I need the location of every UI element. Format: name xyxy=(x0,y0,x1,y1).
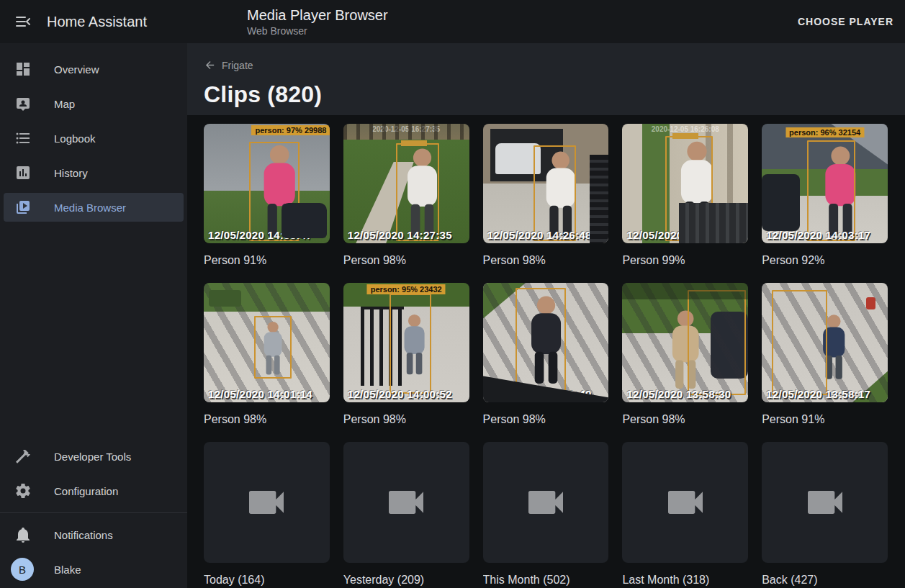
bell-icon xyxy=(14,526,32,543)
clip-thumbnail: 12/05/2020 13:58:17 xyxy=(762,283,888,402)
section-title: Clips (820) xyxy=(204,81,905,108)
clip-label: Person 98% xyxy=(343,412,469,426)
folder-card-this-month[interactable]: This Month (502) xyxy=(483,442,609,587)
folder-label: Last Month (318) xyxy=(622,573,748,587)
app-bar: Home Assistant Media Player Browser Web … xyxy=(0,0,905,43)
clip-thumbnail: 2020-12-05 16:27:35 12/05/2020 14:27:35 xyxy=(343,124,469,243)
video-camera-icon xyxy=(383,479,429,525)
breadcrumb[interactable]: Frigate xyxy=(204,59,253,71)
clip-label: Person 91% xyxy=(762,412,888,426)
clip-card[interactable]: 12/05/2020 13:58:30 Person 98% xyxy=(622,283,748,426)
clip-card[interactable]: person: 96% 32154 12/05/2020 14:03:17 Pe… xyxy=(762,124,888,267)
clip-timestamp-overlay: 12/05/2020 14:00:52 xyxy=(348,388,452,400)
sidebar-item-label: Notifications xyxy=(54,529,113,541)
detection-bbox xyxy=(396,143,438,241)
detection-bbox xyxy=(533,145,576,241)
clip-timestamp-overlay: 12/05/2020 14:27:35 xyxy=(348,229,452,241)
detection-bbox xyxy=(665,136,713,241)
clip-label: Person 98% xyxy=(343,253,469,267)
folder-tile xyxy=(204,442,330,563)
clip-thumbnail: 2020-12-05 16:26:08 12/05/2020 14:26:07 xyxy=(622,124,748,243)
sidebar-divider xyxy=(0,512,187,513)
app-title: Home Assistant xyxy=(47,14,186,30)
sidebar-item-label: History xyxy=(54,167,88,179)
detection-minilabel xyxy=(672,133,698,139)
camera-osd-timestamp: 2020-12-05 16:27:35 xyxy=(372,125,440,133)
folder-tile xyxy=(762,442,888,563)
clip-thumbnail: 12/05/2020 13:59:49 xyxy=(483,283,609,402)
sidebar: Overview Map Logbook History Media Brows xyxy=(0,43,187,588)
sidebar-item-label: Media Browser xyxy=(54,202,126,214)
hammer-icon xyxy=(14,448,32,465)
list-bulleted-icon xyxy=(14,130,32,147)
sidebar-item-overview[interactable]: Overview xyxy=(0,52,187,86)
clip-label: Person 98% xyxy=(622,412,748,426)
clip-card[interactable]: person: 95% 23432 12/05/2020 14:00:52 Pe… xyxy=(343,283,469,426)
dialog-header: Media Player Browser Web Browser xyxy=(247,6,388,37)
folder-tile xyxy=(483,442,609,563)
breadcrumb-label: Frigate xyxy=(222,60,253,71)
folder-label: Back (427) xyxy=(762,573,888,587)
arrow-left-icon xyxy=(204,59,216,71)
clip-timestamp-overlay: 12/05/2020 14:26:07 xyxy=(626,229,731,241)
clip-thumbnail: person: 95% 23432 12/05/2020 14:00:52 xyxy=(343,283,469,402)
sidebar-item-label: Overview xyxy=(54,63,99,76)
sidebar-item-label: Map xyxy=(54,98,75,110)
clip-label: Person 98% xyxy=(483,412,609,426)
folder-label: This Month (502) xyxy=(483,573,609,587)
detection-label: person: 96% 32154 xyxy=(785,127,864,137)
play-box-multiple-icon xyxy=(14,199,32,216)
clip-thumbnail: person: 97% 29988 12/05/2020 14:38:47 xyxy=(204,124,330,243)
folder-card-back[interactable]: Back (427) xyxy=(762,442,888,587)
video-camera-icon xyxy=(243,479,289,525)
sidebar-item-notifications[interactable]: Notifications xyxy=(0,517,187,552)
sidebar-item-map[interactable]: Map xyxy=(0,86,187,121)
detection-bbox xyxy=(688,290,745,395)
folder-card-last-month[interactable]: Last Month (318) xyxy=(622,442,748,587)
video-camera-icon xyxy=(662,479,708,525)
clip-card[interactable]: 2020-12-05 16:26:08 12/05/2020 14:26:07 … xyxy=(622,124,748,267)
sidebar-item-history[interactable]: History xyxy=(0,155,187,190)
sidebar-item-profile[interactable]: B Blake xyxy=(0,552,187,587)
clip-card[interactable]: 12/05/2020 14:01:14 Person 98% xyxy=(204,283,330,426)
folder-tile xyxy=(622,442,748,563)
media-browser-header: Frigate Clips (820) xyxy=(187,43,905,115)
camera-osd-timestamp: 2020-12-05 16:26:08 xyxy=(652,125,719,133)
sidebar-item-developer-tools[interactable]: Developer Tools xyxy=(0,439,187,474)
folder-card-yesterday[interactable]: Yesterday (209) xyxy=(343,442,469,587)
video-camera-icon xyxy=(802,479,848,525)
sidebar-item-media-browser[interactable]: Media Browser xyxy=(4,193,184,222)
video-camera-icon xyxy=(523,479,569,525)
sidebar-item-label: Developer Tools xyxy=(54,451,131,463)
clip-label: Person 98% xyxy=(204,412,330,426)
clip-card[interactable]: 12/05/2020 13:59:49 Person 98% xyxy=(483,283,609,426)
view-dashboard-icon xyxy=(14,60,32,78)
clip-card[interactable]: person: 97% 29988 12/05/2020 14:38:47 Pe… xyxy=(204,124,330,267)
clip-card[interactable]: 12/05/2020 13:58:17 Person 91% xyxy=(762,283,888,426)
choose-player-button[interactable]: CHOOSE PLAYER xyxy=(786,9,905,35)
clip-grid: person: 97% 29988 12/05/2020 14:38:47 Pe… xyxy=(204,124,888,588)
detection-bbox xyxy=(772,290,827,395)
clip-label: Person 98% xyxy=(483,253,609,267)
clip-thumbnail: person: 96% 32154 12/05/2020 14:03:17 xyxy=(762,124,888,243)
sidebar-toggle-icon[interactable] xyxy=(6,4,40,39)
sidebar-item-configuration[interactable]: Configuration xyxy=(0,474,187,508)
detection-bbox xyxy=(249,142,300,241)
sidebar-item-logbook[interactable]: Logbook xyxy=(0,121,187,155)
clip-timestamp-overlay: 12/05/2020 14:38:47 xyxy=(208,229,312,241)
detection-label: person: 97% 29988 xyxy=(251,125,329,135)
clip-card[interactable]: 12/05/2020 14:26:48 Person 98% xyxy=(483,124,609,267)
detection-bbox xyxy=(515,288,566,395)
clip-card[interactable]: 2020-12-05 16:27:35 12/05/2020 14:27:35 … xyxy=(343,124,469,267)
clip-thumbnail: 12/05/2020 14:26:48 xyxy=(483,124,609,243)
detection-label: person: 95% 23432 xyxy=(367,284,446,294)
account-map-icon xyxy=(14,95,32,112)
chart-box-icon xyxy=(14,164,32,181)
clip-thumbnail: 12/05/2020 14:01:14 xyxy=(204,283,330,402)
folder-card-today[interactable]: Today (164) xyxy=(204,442,330,587)
gear-icon xyxy=(14,482,32,499)
clip-timestamp-overlay: 12/05/2020 14:03:17 xyxy=(766,229,870,241)
avatar: B xyxy=(11,558,34,581)
media-browser-panel: Frigate Clips (820) person: 97% 29988 xyxy=(187,43,905,588)
detection-bbox xyxy=(254,316,292,378)
